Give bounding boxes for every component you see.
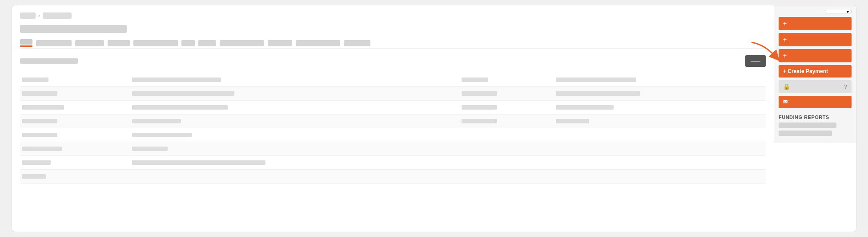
breadcrumb: ›	[20, 12, 766, 19]
table-row	[20, 170, 766, 184]
tab-5[interactable]	[181, 40, 195, 46]
lock-button[interactable]: 🔒 ?	[779, 80, 852, 93]
table-row	[20, 128, 766, 142]
table-row	[20, 114, 766, 128]
tabs-row	[20, 39, 766, 49]
breadcrumb-item-1[interactable]	[20, 12, 36, 19]
breadcrumb-item-2[interactable]	[43, 12, 72, 19]
tab-8[interactable]	[268, 40, 292, 46]
funding-reports-title: FUNDING REPORTS	[779, 114, 852, 120]
create-payment-button[interactable]: + Create Payment	[779, 65, 852, 78]
data-table	[20, 73, 766, 184]
table-row	[20, 156, 766, 170]
table-row	[20, 73, 766, 87]
email-button[interactable]: ✉	[779, 96, 852, 108]
dropdown-button[interactable]	[825, 10, 852, 13]
question-icon: ?	[844, 83, 847, 90]
action-button-2[interactable]: +	[779, 33, 852, 46]
tab-6[interactable]	[198, 40, 216, 46]
top-controls: ——	[20, 55, 766, 67]
plus-icon-1: +	[783, 20, 787, 27]
plus-icon-2: +	[783, 36, 787, 43]
tab-4[interactable]	[133, 40, 178, 46]
tab-1[interactable]	[36, 40, 72, 46]
breadcrumb-separator: ›	[38, 12, 40, 19]
page-title	[20, 25, 127, 33]
tab-10[interactable]	[344, 40, 370, 46]
create-payment-label: + Create Payment	[783, 68, 828, 74]
action-button-3[interactable]: +	[779, 49, 852, 62]
email-icon: ✉	[783, 99, 788, 105]
right-sidebar-wrapper: + + + + Create Payment 🔒 ? ✉	[774, 5, 856, 232]
lock-icon: 🔒	[783, 83, 790, 90]
section-label	[20, 58, 78, 64]
sidebar-top-row	[774, 10, 856, 13]
tab-active[interactable]	[20, 39, 32, 47]
funding-report-item-1[interactable]	[779, 123, 836, 128]
content-area: › ——	[12, 5, 774, 232]
tab-3[interactable]	[108, 40, 130, 46]
table-row	[20, 87, 766, 101]
table-row	[20, 101, 766, 114]
main-container: › ——	[12, 5, 856, 232]
tab-2[interactable]	[75, 40, 104, 46]
funding-report-item-2[interactable]	[779, 131, 832, 136]
funding-reports-section: FUNDING REPORTS	[774, 114, 856, 139]
tab-7[interactable]	[220, 40, 264, 46]
action-button-1[interactable]: +	[779, 17, 852, 30]
dark-action-button[interactable]: ——	[745, 55, 766, 67]
tab-9[interactable]	[296, 40, 340, 46]
plus-icon-3: +	[783, 52, 787, 59]
right-sidebar: + + + + Create Payment 🔒 ? ✉	[774, 5, 856, 143]
table-row	[20, 142, 766, 156]
